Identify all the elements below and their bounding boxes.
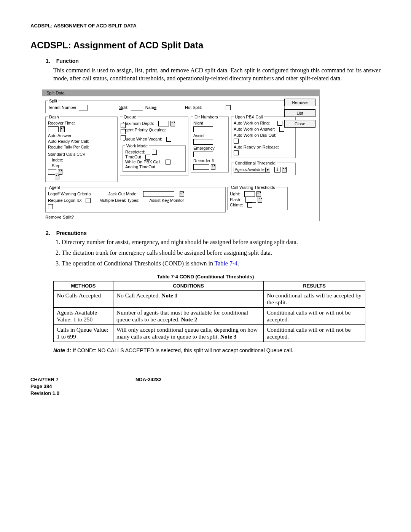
recover-time-spinner[interactable]: ▲▼ [60, 126, 65, 132]
work-mode-group: Work Mode Restricted: TimeOut While On P… [123, 144, 186, 172]
col-results: RESULTS [264, 281, 365, 290]
aror-label: Auto Ready on Release: [234, 145, 279, 149]
max-depth-spinner[interactable]: ▲▼ [170, 121, 175, 126]
upon-pbx-legend: Upon PBX Call [234, 115, 264, 119]
footer-chapter: CHAPTER 7 [30, 376, 59, 383]
while-pbx-checkbox[interactable] [166, 160, 170, 165]
restricted-checkbox[interactable] [152, 150, 157, 155]
dash-legend: Dash [48, 115, 60, 119]
emergency-input[interactable] [193, 152, 213, 157]
col-methods: METHODS [54, 281, 113, 290]
cond-method-dropdown[interactable]: Agents Availab le ▾ [234, 167, 270, 173]
auto-answer-checkbox[interactable] [121, 123, 126, 128]
awa-label: Auto Work on Answer: [234, 127, 275, 131]
awd-checkbox[interactable] [234, 139, 239, 144]
aror-checkbox[interactable] [234, 150, 239, 155]
work-mode-legend: Work Mode [125, 144, 149, 148]
page-title: ACDSPL: Assignment of ACD Split Data [30, 40, 381, 51]
while-pbx-label: While On PBX Call [125, 160, 160, 164]
table-row: Agents Available Value: 1 to 250 Number … [54, 307, 365, 324]
assist-label: Assist: [193, 133, 226, 138]
running-header: ACDSPL: ASSIGNMENT OF ACD SPLIT DATA [30, 23, 381, 29]
tenant-input[interactable] [79, 105, 88, 110]
tally-label: Require Tally Per Call: [48, 145, 89, 149]
awd-label: Auto Work on Dial Out: [234, 133, 276, 137]
logoff-label: Logoff Warning Criteria [48, 192, 91, 196]
awr-checkbox[interactable] [277, 121, 282, 126]
section-2-number: 2. [46, 230, 50, 236]
qwv-checkbox[interactable] [166, 137, 171, 142]
precaution-3: The operation of Conditional Thresholds … [62, 260, 381, 267]
table-caption: Table 7-4 COND (Conditional Thresholds) [30, 274, 381, 280]
assist-key-monitor-label: Assist Key Monitor [149, 198, 184, 203]
section-1-title: Function [56, 58, 79, 64]
split-num-input[interactable] [131, 105, 143, 110]
light-spinner[interactable]: ▲▼ [256, 191, 261, 197]
precaution-2: The dictation trunk for emergency calls … [62, 249, 381, 256]
hot-split-checkbox[interactable] [226, 105, 231, 110]
close-button[interactable]: Close [284, 120, 315, 128]
cond-value-spinner[interactable]: ▲▼ [282, 167, 287, 173]
recorder-input[interactable] [193, 164, 209, 170]
queue-legend: Queue [123, 115, 137, 119]
recover-time-input[interactable] [48, 126, 59, 132]
ccv-spinner-2[interactable]: ▲▼ [55, 174, 59, 179]
tally-checkbox[interactable] [121, 135, 126, 140]
light-input[interactable] [244, 191, 255, 197]
chime-checkbox[interactable] [247, 203, 252, 208]
night-label: Night [193, 121, 226, 125]
cond-table: METHODS CONDITIONS RESULTS No Calls Acce… [53, 281, 365, 342]
apq-label: Agent Priority Queuing: [123, 128, 186, 132]
timeout-label: TimeOut [125, 155, 141, 159]
col-conditions: CONDITIONS [113, 281, 264, 290]
section-2-title: Precautions [56, 230, 87, 236]
dir-numbers-group: Dir Numbers Night Assist: Emergency Reco… [191, 115, 229, 173]
table-row: Calls in Queue Value: 1 to 699 Will only… [54, 324, 365, 342]
queue-group: Queue Maximum Depth: ▲▼ Agent Priority Q… [120, 115, 188, 176]
night-input[interactable] [193, 126, 213, 132]
light-label: Light: [230, 192, 240, 196]
assist-input[interactable] [193, 139, 213, 145]
window-title: Split Data [42, 89, 320, 96]
agent-checkbox[interactable] [48, 204, 53, 209]
agent-legend: Agent [48, 185, 61, 190]
list-button[interactable]: List [284, 109, 315, 117]
cond-value-input[interactable]: 1 [274, 167, 280, 173]
jack-out-input[interactable] [143, 191, 174, 197]
agent-group: Agent Logoff Warning Criteria Jack Out M… [45, 185, 226, 212]
recorder-spinner[interactable]: ▲▼ [211, 164, 215, 170]
remove-button[interactable]: Remove [284, 99, 315, 106]
jack-out-spinner[interactable]: ▲▼ [180, 191, 184, 197]
cwt-group: Call Waiting Thresholds Light: ▲▼ Flash:… [227, 185, 288, 210]
cond-legend: Conditional Threshold [234, 161, 277, 165]
section-1-number: 1. [46, 58, 50, 64]
require-logon-label: Require Logon ID: [48, 198, 82, 203]
footer-revision: Revision 1.0 [30, 390, 59, 397]
qwv-label: Queue When Vacant: [123, 137, 162, 141]
timeout-checkbox[interactable] [145, 155, 150, 160]
hot-split-label: Hot Split: [185, 105, 202, 110]
tenant-label: Tenant Number [48, 105, 76, 110]
precautions-list: Directory number for assist, emergency, … [53, 239, 381, 267]
table-7-4-link[interactable]: Table 7-4 [215, 260, 238, 267]
chime-label: Chime: [230, 203, 243, 207]
footer-page: Page 384 [30, 383, 59, 390]
table-row: No Calls Accepted No Call Accepted. Note… [54, 290, 365, 307]
restricted-label: Restricted: [125, 150, 145, 154]
name-label: Name: [145, 105, 158, 110]
max-depth-input[interactable] [158, 121, 169, 126]
require-logon-checkbox[interactable] [86, 198, 91, 203]
footer-nda: NDA-24282 [135, 376, 162, 383]
awr-label: Auto Work on Ring: [234, 121, 270, 125]
flash-label: Flash: [230, 197, 241, 202]
note-1: Note 1: If COND= NO CALLS ACCEPTED is se… [53, 347, 381, 353]
flash-input[interactable] [245, 197, 256, 203]
auto-ready-label: Auto Ready After Call: [48, 139, 89, 144]
awa-checkbox[interactable] [279, 127, 284, 132]
page-footer: CHAPTER 7 Page 384 Revision 1.0 NDA-2428… [30, 376, 381, 397]
multiple-break-label: Multiple Break Types: [99, 198, 139, 203]
cond-threshold-group: Conditional Threshold Agents Availab le … [231, 161, 296, 175]
auto-ready-checkbox[interactable] [121, 129, 126, 134]
flash-spinner[interactable]: ▲▼ [258, 197, 262, 203]
split-num-label: Split: [119, 105, 128, 110]
